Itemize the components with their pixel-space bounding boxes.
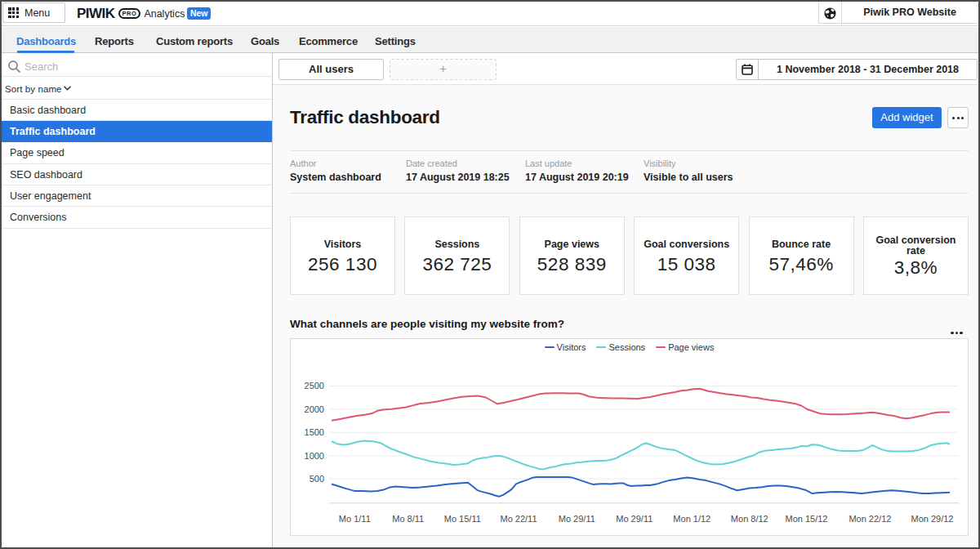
svg-text:Mo 29/11: Mo 29/11 <box>616 514 653 524</box>
svg-text:Mo 1/11: Mo 1/11 <box>339 514 371 524</box>
svg-text:500: 500 <box>310 474 324 484</box>
svg-text:Mon 22/12: Mon 22/12 <box>849 514 891 524</box>
svg-text:2500: 2500 <box>305 381 324 391</box>
svg-text:1500: 1500 <box>305 427 324 437</box>
svg-text:Mon 1/12: Mon 1/12 <box>673 514 710 524</box>
svg-text:Mo 8/11: Mo 8/11 <box>392 514 424 524</box>
svg-text:Mo 22/11: Mo 22/11 <box>500 514 537 524</box>
svg-text:Mo 29/11: Mo 29/11 <box>559 514 595 524</box>
svg-text:2000: 2000 <box>305 404 324 414</box>
svg-text:1000: 1000 <box>305 451 324 461</box>
svg-text:Mon 8/12: Mon 8/12 <box>731 514 768 524</box>
svg-text:Mon 29/12: Mon 29/12 <box>911 514 954 524</box>
svg-text:Mo 15/11: Mo 15/11 <box>444 514 481 524</box>
svg-text:Mon 15/12: Mon 15/12 <box>786 514 828 524</box>
